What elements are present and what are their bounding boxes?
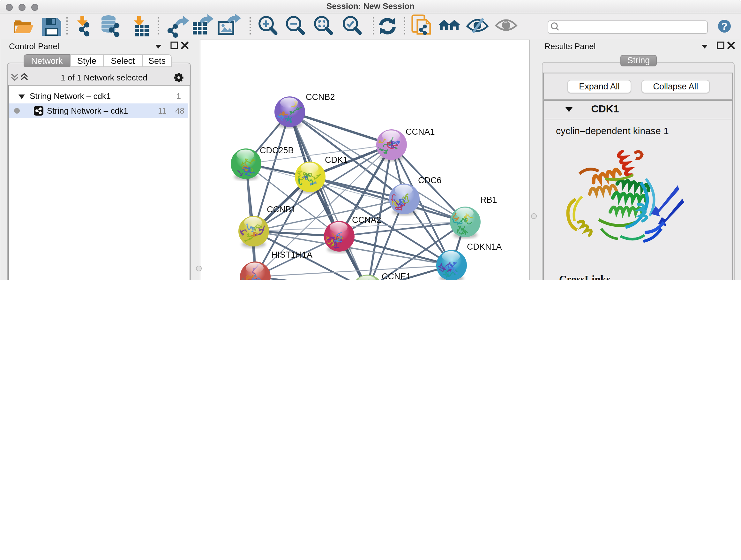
- svg-text:CCNE1: CCNE1: [382, 272, 411, 280]
- svg-text:RB1: RB1: [480, 195, 497, 205]
- svg-text:?: ?: [721, 20, 728, 32]
- svg-text:CDC6: CDC6: [418, 176, 442, 185]
- svg-text:HIST1H1A: HIST1H1A: [271, 250, 313, 260]
- svg-text:1 of 1 Network selected: 1 of 1 Network selected: [61, 73, 147, 82]
- svg-text:CCNB1: CCNB1: [267, 205, 296, 214]
- svg-text:CDC25B: CDC25B: [260, 145, 294, 155]
- svg-text:CDK1: CDK1: [325, 155, 348, 165]
- svg-text:CCNA2: CCNA2: [352, 215, 381, 225]
- svg-text:CCNB2: CCNB2: [306, 92, 335, 102]
- svg-text:CCNA1: CCNA1: [406, 127, 435, 137]
- svg-text:CDKN1A: CDKN1A: [467, 242, 502, 252]
